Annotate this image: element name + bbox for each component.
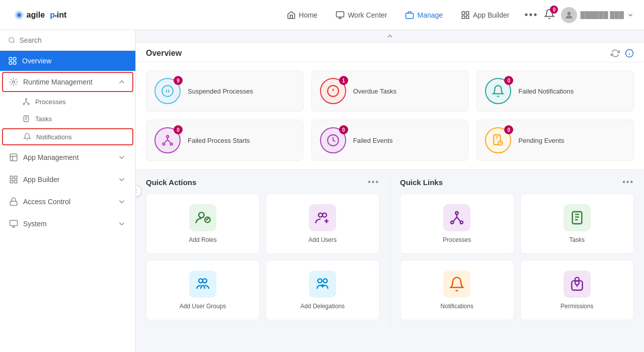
quick-actions-dots[interactable]: ••• [368, 178, 379, 187]
bell-badge: 0 [550, 6, 558, 14]
nav-home[interactable]: Home [280, 7, 325, 24]
quick-link-notifications[interactable]: Notifications [400, 260, 514, 320]
sidebar: Overview Runtime Management Processes Ta… [0, 30, 136, 352]
search-box[interactable] [0, 30, 135, 51]
quick-actions-grid: Add Roles Add Users [146, 194, 379, 320]
sidebar-item-access-control[interactable]: Access Control [0, 191, 135, 213]
quick-link-processes[interactable]: Processes [400, 194, 514, 254]
nav-home-label: Home [299, 11, 317, 19]
sidebar-runtime-label: Runtime Management [23, 78, 93, 86]
overview-card-failed-process-starts[interactable]: 0 Failed Process Starts [146, 120, 303, 161]
bell-failed-icon [492, 84, 505, 98]
overview-header: Overview [136, 43, 644, 62]
notification-bell[interactable]: 0 [544, 9, 555, 21]
overview-card-failed-notifications[interactable]: 0 Failed Notifications [476, 70, 634, 112]
overview-icon [8, 56, 17, 65]
sidebar-item-system[interactable]: System [0, 213, 135, 235]
sidebar-item-runtime-management[interactable]: Runtime Management [2, 72, 133, 92]
notifications-link-icon [449, 276, 465, 292]
clock-icon [327, 134, 340, 147]
logo[interactable]: agile p int [10, 6, 83, 24]
failed-notif-label: Failed Notifications [518, 87, 574, 95]
processes-link-label: Processes [443, 236, 471, 243]
svg-rect-17 [9, 62, 12, 64]
nav-manage[interactable]: Manage [398, 7, 450, 24]
overview-card-suspended-processes[interactable]: 9 Suspended Processes [146, 70, 303, 112]
svg-point-22 [28, 103, 29, 105]
sidebar-item-notifications[interactable]: Notifications [2, 128, 133, 145]
main-content: Overview 9 Suspended Processes [136, 30, 644, 352]
overview-card-failed-events[interactable]: 0 Failed Events [311, 120, 469, 161]
quick-action-add-user-groups[interactable]: Add User Groups [146, 260, 260, 320]
refresh-icon[interactable] [611, 49, 620, 58]
overdue-badge: 1 [339, 76, 348, 85]
bell-sidebar-icon [23, 133, 31, 141]
info-icon[interactable] [625, 49, 634, 58]
nav-more-dots[interactable]: ••• [524, 9, 538, 21]
overview-card-pending-events[interactable]: 0 Pending Events [476, 120, 634, 161]
search-input[interactable] [19, 36, 127, 44]
top-chevron[interactable] [136, 30, 644, 43]
svg-rect-11 [462, 16, 464, 18]
add-users-icon-bg [309, 204, 336, 231]
quick-link-permissions[interactable]: Permissions [520, 260, 634, 320]
add-delegations-label: Add Delegations [300, 303, 345, 310]
svg-text:agile: agile [26, 10, 45, 19]
add-delegations-icon [314, 276, 331, 292]
topnav: agile p int Home Work Center Manage App … [0, 0, 644, 30]
failed-starts-badge: 0 [174, 125, 183, 134]
svg-point-49 [203, 279, 207, 283]
svg-point-20 [26, 99, 27, 100]
add-delegations-icon-bg [309, 271, 336, 298]
add-users-icon [314, 210, 331, 226]
permissions-link-icon-bg [564, 271, 591, 298]
svg-point-32 [162, 85, 173, 97]
logo-svg: agile p int [10, 6, 83, 24]
monitor-icon [336, 11, 345, 20]
svg-rect-9 [462, 12, 464, 14]
failed-notif-icon-wrap: 0 [485, 78, 511, 104]
svg-rect-12 [466, 16, 469, 18]
chevron-down-app-mgmt-icon [117, 153, 126, 162]
sidebar-item-tasks[interactable]: Tasks [0, 110, 135, 127]
quick-link-tasks[interactable]: Tasks [520, 194, 634, 254]
quick-links-dots[interactable]: ••• [622, 178, 634, 187]
nav-app-builder[interactable]: App Builder [454, 7, 516, 24]
svg-rect-25 [10, 176, 13, 179]
add-roles-label: Add Roles [189, 236, 216, 243]
sidebar-item-overview[interactable]: Overview [0, 51, 135, 71]
sidebar-item-app-builder[interactable]: App Builder [0, 168, 135, 191]
nav-work-center[interactable]: Work Center [329, 7, 394, 24]
system-icon [9, 219, 18, 228]
svg-rect-24 [10, 154, 17, 161]
overview-card-overdue-tasks[interactable]: 1 Overdue Tasks [311, 70, 469, 112]
quick-action-add-delegations[interactable]: Add Delegations [266, 260, 379, 320]
svg-point-53 [451, 221, 453, 224]
overview-grid: 9 Suspended Processes 1 Overdue Tasks [146, 70, 634, 161]
pending-events-label: Pending Events [518, 137, 564, 144]
sidebar-item-processes[interactable]: Processes [0, 93, 135, 110]
search-icon [8, 36, 15, 44]
svg-rect-29 [10, 201, 17, 205]
svg-text:p: p [50, 10, 55, 19]
svg-rect-28 [15, 181, 17, 183]
svg-point-13 [568, 12, 571, 15]
pending-events-badge: 0 [504, 125, 513, 134]
quick-action-add-roles[interactable]: Add Roles [146, 194, 260, 254]
main-layout: Overview Runtime Management Processes Ta… [0, 30, 644, 352]
chevron-up-top-icon [386, 32, 394, 40]
runtime-icon [9, 77, 18, 86]
sidebar-item-app-management[interactable]: App Management [0, 146, 135, 168]
tasks-icon [22, 115, 30, 123]
add-user-groups-label: Add User Groups [180, 303, 226, 310]
svg-rect-18 [14, 62, 16, 64]
quick-links-header: Quick Links ••• [400, 178, 634, 187]
chevron-down-icon [627, 12, 634, 19]
add-roles-icon [195, 210, 211, 226]
quick-action-add-users[interactable]: Add Users [266, 194, 379, 254]
nav-right: ••• 0 ██████ ███ [524, 7, 634, 23]
briefcase-icon [405, 11, 414, 20]
quick-actions-header: Quick Actions ••• [146, 178, 379, 187]
grid-icon [461, 11, 470, 20]
user-menu[interactable]: ██████ ███ [561, 7, 634, 23]
